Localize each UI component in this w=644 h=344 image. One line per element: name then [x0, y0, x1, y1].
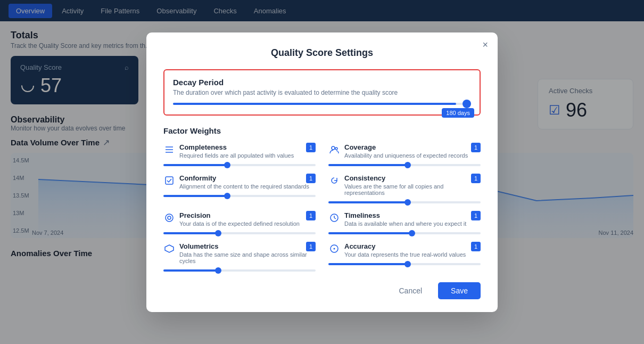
- factor-name-row: Coverage 1: [344, 143, 481, 152]
- factor-header: Consistency 1 Values are the same for al…: [328, 174, 481, 196]
- factor-fill: [328, 164, 408, 166]
- svg-rect-6: [166, 177, 173, 184]
- factor-weights-title: Factor Weights: [163, 126, 481, 135]
- factor-thumb[interactable]: [224, 162, 230, 168]
- factor-fill: [328, 201, 408, 203]
- decay-period-badge: 180 days: [442, 108, 474, 118]
- factor-item-volumetrics: Volumetrics 1 Data has the same size and…: [163, 242, 316, 272]
- factor-fill: [328, 263, 408, 265]
- factor-thumb[interactable]: [215, 267, 221, 274]
- factor-name-row: Accuracy 1: [344, 242, 481, 251]
- factors-grid: Completeness 1 Required fields are all p…: [163, 143, 481, 272]
- factor-name: Completeness: [179, 143, 227, 151]
- volume-icon: [163, 243, 175, 255]
- factor-item-conformity: Conformity 1 Alignment of the content to…: [163, 174, 316, 203]
- users-icon: [328, 144, 340, 155]
- factor-name: Timeliness: [344, 211, 380, 219]
- svg-point-5: [335, 148, 337, 150]
- factor-description: Alignment of the content to the required…: [179, 183, 316, 190]
- factor-name: Precision: [179, 211, 211, 219]
- factor-track: [163, 269, 316, 272]
- factor-header: Accuracy 1 Your data represents the true…: [328, 242, 481, 258]
- factor-name: Coverage: [344, 143, 376, 151]
- modal-close-button[interactable]: ×: [482, 40, 488, 50]
- svg-marker-12: [165, 245, 174, 252]
- factor-item-coverage: Coverage 1 Availability and uniqueness o…: [328, 143, 481, 166]
- modal-title: Quality Score Settings: [163, 47, 481, 59]
- cancel-button[interactable]: Cancel: [388, 282, 433, 299]
- factor-description: Data is available when and where you exp…: [344, 220, 481, 227]
- decay-period-thumb[interactable]: [463, 100, 471, 108]
- factor-fill: [163, 232, 218, 234]
- modal-footer: Cancel Save: [163, 282, 481, 299]
- decay-period-title: Decay Period: [173, 78, 471, 87]
- refresh-icon: [328, 175, 340, 186]
- factor-header: Completeness 1 Required fields are all p…: [163, 143, 316, 159]
- factor-info: Timeliness 1 Data is available when and …: [344, 211, 481, 227]
- factor-name: Conformity: [179, 174, 216, 182]
- factor-header: Timeliness 1 Data is available when and …: [328, 211, 481, 227]
- list-icon: [163, 144, 175, 155]
- decay-period-track: [173, 103, 471, 105]
- factor-name: Volumetrics: [179, 242, 218, 250]
- decay-period-description: The duration over which past activity is…: [173, 89, 471, 96]
- factor-header: Conformity 1 Alignment of the content to…: [163, 174, 316, 190]
- factor-slider[interactable]: [163, 195, 316, 197]
- factor-header: Precision 1 Your data is of the expected…: [163, 211, 316, 227]
- factor-info: Volumetrics 1 Data has the same size and…: [179, 242, 316, 264]
- clock-icon: [328, 212, 340, 224]
- factor-name-row: Consistency 1: [344, 174, 481, 183]
- factor-slider[interactable]: [163, 269, 316, 272]
- factor-description: Values are the same for all copies and r…: [344, 183, 481, 196]
- factor-badge: 1: [306, 143, 316, 152]
- factor-track: [163, 164, 316, 166]
- factor-description: Your data is of the expected defined res…: [179, 220, 316, 227]
- factor-thumb[interactable]: [215, 230, 221, 236]
- factor-name-row: Conformity 1: [179, 174, 316, 183]
- factor-thumb[interactable]: [404, 162, 411, 168]
- factor-item-precision: Precision 1 Your data is of the expected…: [163, 211, 316, 234]
- factor-thumb[interactable]: [404, 199, 411, 206]
- factor-description: Data has the same size and shape across …: [179, 251, 316, 264]
- factor-info: Consistency 1 Values are the same for al…: [344, 174, 481, 196]
- factor-slider[interactable]: [163, 164, 316, 166]
- svg-point-4: [332, 146, 335, 150]
- factor-name-row: Precision 1: [179, 211, 316, 220]
- factor-weights-section: Factor Weights Completeness 1 Required f…: [163, 126, 481, 272]
- factor-description: Your data represents the true real-world…: [344, 251, 481, 258]
- factor-fill: [163, 269, 218, 272]
- factor-name: Accuracy: [344, 242, 376, 250]
- factor-slider[interactable]: [328, 232, 481, 234]
- factor-slider[interactable]: [328, 201, 481, 203]
- factor-header: Coverage 1 Availability and uniqueness o…: [328, 143, 481, 159]
- decay-period-section: Decay Period The duration over which pas…: [163, 69, 481, 116]
- save-button[interactable]: Save: [438, 282, 481, 299]
- factor-description: Availability and uniqueness of expected …: [344, 152, 481, 159]
- factor-thumb[interactable]: [224, 193, 230, 199]
- factor-slider[interactable]: [163, 232, 316, 234]
- factor-name-row: Completeness 1: [179, 143, 316, 152]
- factor-info: Completeness 1 Required fields are all p…: [179, 143, 316, 159]
- svg-point-14: [334, 248, 335, 249]
- factor-slider[interactable]: [328, 164, 481, 166]
- factor-thumb[interactable]: [409, 230, 415, 236]
- decay-period-slider-container: 180 days: [173, 103, 471, 105]
- factor-info: Coverage 1 Availability and uniqueness o…: [344, 143, 481, 159]
- factor-name-row: Timeliness 1: [344, 211, 481, 220]
- factor-info: Precision 1 Your data is of the expected…: [179, 211, 316, 227]
- factor-badge: 1: [306, 211, 316, 220]
- factor-track: [163, 232, 316, 234]
- factor-item-consistency: Consistency 1 Values are the same for al…: [328, 174, 481, 203]
- factor-description: Required fields are all populated with v…: [179, 152, 316, 159]
- svg-line-11: [334, 218, 336, 219]
- svg-point-7: [166, 214, 173, 222]
- factor-thumb[interactable]: [404, 261, 411, 267]
- factor-badge: 1: [471, 174, 481, 183]
- check-icon: [163, 175, 175, 186]
- factor-badge: 1: [471, 242, 481, 251]
- factor-slider[interactable]: [328, 263, 481, 265]
- factor-header: Volumetrics 1 Data has the same size and…: [163, 242, 316, 264]
- factor-fill: [328, 232, 412, 234]
- factor-badge: 1: [471, 143, 481, 152]
- factor-fill: [163, 164, 227, 166]
